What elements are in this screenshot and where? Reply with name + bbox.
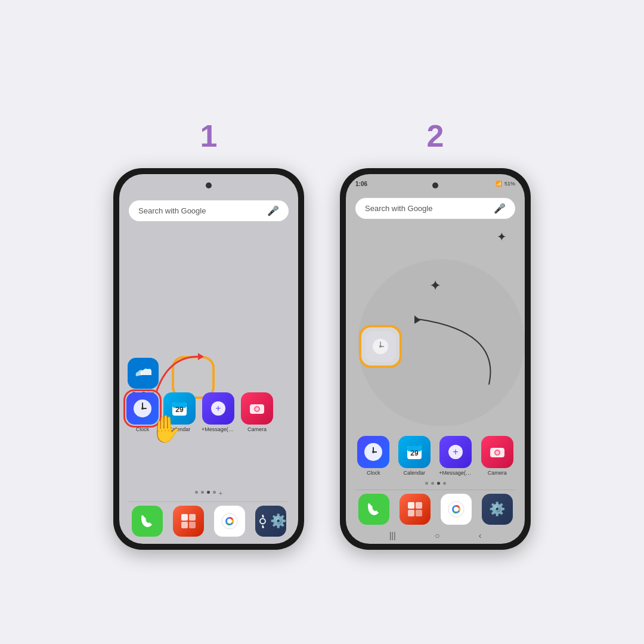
svg-rect-14	[181, 514, 188, 521]
phone-icon-1	[132, 506, 163, 537]
svg-point-21	[260, 519, 265, 524]
message-icon-2: +	[439, 436, 472, 468]
svg-rect-17	[189, 522, 196, 528]
phone-app-1[interactable]	[132, 506, 163, 537]
dragging-clock-wrap	[359, 325, 402, 368]
svg-rect-39	[408, 502, 414, 509]
dock-divider-1	[129, 501, 289, 502]
settings-app-2[interactable]: ⚙️	[482, 494, 513, 525]
message-label-1: +Message(SM...	[202, 426, 235, 432]
calendar-label-2: Calendar	[403, 470, 425, 476]
dot-4	[213, 491, 216, 494]
status-icons: 📶 51%	[496, 181, 515, 187]
clock-label-2: Clock	[367, 470, 380, 476]
search-text-1: Search with Google	[138, 206, 206, 215]
phone-1: Search with Google 🎤	[113, 168, 304, 550]
svg-rect-42	[416, 510, 422, 516]
svg-point-38	[496, 451, 499, 454]
phone-2-app-row: Clock 29 Calendar	[346, 434, 525, 478]
orange-drop-zone	[359, 325, 402, 368]
svg-rect-41	[408, 510, 414, 516]
svg-point-30	[372, 451, 374, 453]
svg-text:29: 29	[410, 449, 419, 457]
sparkle-top-right: ✦	[497, 230, 507, 244]
svg-point-45	[454, 507, 459, 512]
main-container: 1 Search with Google 🎤	[113, 94, 531, 550]
calendar-app-2[interactable]: 29 Calendar	[398, 436, 431, 476]
phone-2-camera	[432, 182, 438, 188]
dot2-2	[431, 482, 434, 485]
phone-1-camera	[206, 182, 212, 188]
phone-1-screen: Search with Google 🎤	[119, 174, 298, 544]
mic-icon-2: 🎤	[494, 203, 506, 214]
camera-app-1[interactable]: Camera	[241, 392, 273, 432]
galaxy-app-2[interactable]	[400, 494, 431, 525]
camera-app-2[interactable]: Camera	[481, 436, 513, 476]
step-2: 2 1:06 📶 51% Search with Google 🎤	[340, 118, 531, 550]
svg-text:+: +	[215, 403, 221, 413]
hand-cursor-1: 🤚	[149, 413, 182, 444]
calendar-icon-2: 29	[398, 436, 431, 468]
svg-rect-15	[189, 514, 196, 521]
status-time: 1:06	[355, 181, 367, 187]
dot-2	[201, 491, 204, 494]
wifi-icon: 📶	[496, 181, 502, 187]
floating-clock-icon	[365, 331, 396, 362]
svg-rect-40	[416, 502, 422, 509]
chrome-icon-2	[441, 494, 472, 525]
search-text-2: Search with Google	[365, 204, 432, 213]
svg-rect-16	[181, 522, 188, 528]
drag-arrow-1	[144, 345, 216, 404]
phone-1-upper-content: OneDrive	[119, 226, 298, 487]
dot-1	[195, 491, 198, 494]
step-1-number: 1	[200, 118, 218, 154]
nav-back[interactable]: ‹	[479, 531, 482, 540]
chrome-app-2[interactable]	[441, 494, 472, 525]
svg-marker-13	[198, 353, 204, 360]
phone-2-dots	[346, 478, 525, 488]
clock-app-2[interactable]: Clock	[357, 436, 389, 476]
nav-home[interactable]: ○	[435, 531, 439, 540]
message-app-2[interactable]: + +Message(SM...	[439, 436, 472, 476]
phone-icon-2	[358, 494, 389, 525]
dot2-3	[437, 482, 440, 485]
dot2-1	[425, 482, 428, 485]
settings-icon-1: ⚙️	[255, 506, 286, 537]
phone-1-search-bar[interactable]: Search with Google 🎤	[129, 200, 289, 221]
phone-2-dock: ⚙️	[346, 491, 525, 527]
phone-app-2[interactable]	[358, 494, 389, 525]
dot-plus: +	[219, 490, 222, 497]
dot-3	[207, 491, 210, 494]
mic-icon-1: 🎤	[267, 205, 279, 216]
step-2-number: 2	[427, 118, 444, 154]
chrome-app-1[interactable]	[214, 506, 245, 537]
camera-label-2: Camera	[488, 470, 507, 476]
galaxy-app-1[interactable]	[173, 506, 204, 537]
phone-2-upper: ✦ ✦	[346, 224, 525, 434]
camera-icon-1	[241, 392, 273, 425]
svg-point-12	[255, 407, 259, 411]
svg-text:29: 29	[175, 405, 184, 414]
dock-divider-2	[355, 490, 515, 490]
phone-2-screen: 1:06 📶 51% Search with Google 🎤	[346, 174, 525, 544]
svg-marker-26	[414, 315, 420, 324]
galaxy-icon-2	[400, 494, 431, 525]
nav-bar-2: ||| ○ ‹	[346, 527, 525, 544]
phone-1-dots: +	[119, 487, 298, 500]
battery-text: 51%	[504, 181, 515, 187]
settings-app-1[interactable]: ⚙️	[255, 506, 286, 537]
phone-2: 1:06 📶 51% Search with Google 🎤	[340, 168, 531, 550]
nav-lines[interactable]: |||	[389, 531, 396, 540]
camera-label-1: Camera	[247, 426, 267, 432]
step-1: 1 Search with Google 🎤	[113, 118, 304, 550]
phone-2-search-bar[interactable]: Search with Google 🎤	[355, 198, 515, 219]
dot2-4	[443, 482, 446, 485]
settings-icon-2: ⚙️	[482, 494, 513, 525]
svg-point-20	[227, 519, 232, 524]
clock-icon-2	[357, 436, 389, 468]
chrome-icon-1	[214, 506, 245, 537]
message-label-2: +Message(SM...	[439, 470, 472, 476]
svg-text:+: +	[453, 447, 459, 457]
galaxy-icon-1	[173, 506, 204, 537]
camera-icon-2	[481, 436, 513, 468]
